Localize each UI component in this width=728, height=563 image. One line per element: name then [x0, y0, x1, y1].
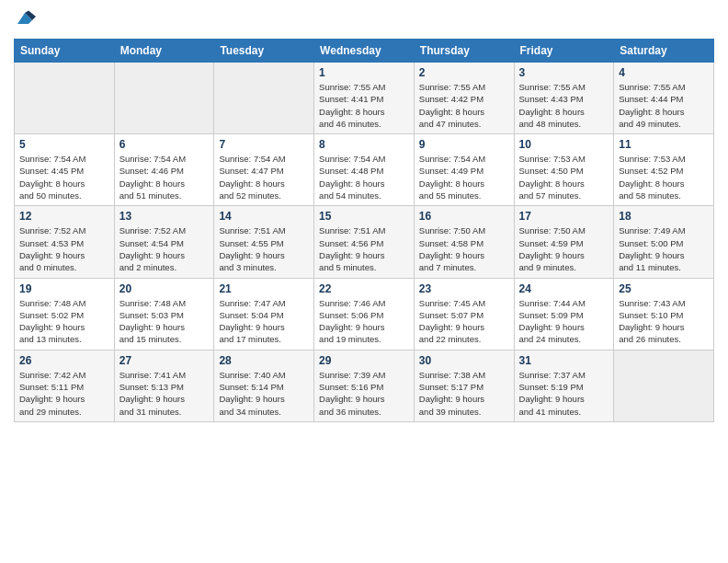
- day-info: Sunrise: 7:54 AM Sunset: 4:48 PM Dayligh…: [319, 153, 409, 201]
- day-info: Sunrise: 7:40 AM Sunset: 5:14 PM Dayligh…: [219, 369, 309, 418]
- day-number: 10: [519, 138, 609, 151]
- calendar-week-row: 12Sunrise: 7:52 AM Sunset: 4:53 PM Dayli…: [15, 206, 714, 278]
- day-number: 25: [619, 282, 709, 295]
- day-info: Sunrise: 7:48 AM Sunset: 5:03 PM Dayligh…: [119, 297, 210, 346]
- day-info: Sunrise: 7:45 AM Sunset: 5:07 PM Dayligh…: [419, 297, 509, 346]
- day-info: Sunrise: 7:54 AM Sunset: 4:49 PM Dayligh…: [419, 153, 509, 201]
- day-number: 2: [419, 66, 509, 79]
- day-number: 21: [219, 282, 309, 295]
- day-info: Sunrise: 7:55 AM Sunset: 4:43 PM Dayligh…: [519, 81, 609, 130]
- calendar-cell: 28Sunrise: 7:40 AM Sunset: 5:14 PM Dayli…: [214, 350, 314, 421]
- calendar-week-row: 19Sunrise: 7:48 AM Sunset: 5:02 PM Dayli…: [15, 278, 714, 350]
- calendar-cell: [15, 63, 115, 134]
- day-info: Sunrise: 7:53 AM Sunset: 4:52 PM Dayligh…: [619, 153, 709, 201]
- day-info: Sunrise: 7:55 AM Sunset: 4:42 PM Dayligh…: [419, 81, 509, 130]
- day-info: Sunrise: 7:50 AM Sunset: 4:58 PM Dayligh…: [419, 224, 509, 273]
- day-info: Sunrise: 7:54 AM Sunset: 4:46 PM Dayligh…: [119, 153, 210, 201]
- day-number: 14: [219, 210, 309, 223]
- day-number: 16: [419, 210, 509, 223]
- day-info: Sunrise: 7:51 AM Sunset: 4:56 PM Dayligh…: [319, 224, 409, 273]
- calendar-cell: 19Sunrise: 7:48 AM Sunset: 5:02 PM Dayli…: [15, 278, 115, 350]
- calendar-cell: 25Sunrise: 7:43 AM Sunset: 5:10 PM Dayli…: [614, 278, 714, 350]
- calendar-cell: 18Sunrise: 7:49 AM Sunset: 5:00 PM Dayli…: [614, 206, 714, 278]
- calendar-cell: 5Sunrise: 7:54 AM Sunset: 4:45 PM Daylig…: [15, 134, 115, 206]
- day-info: Sunrise: 7:38 AM Sunset: 5:17 PM Dayligh…: [419, 369, 509, 418]
- day-info: Sunrise: 7:54 AM Sunset: 4:47 PM Dayligh…: [219, 153, 309, 201]
- day-number: 17: [519, 210, 609, 223]
- header: [14, 9, 714, 31]
- calendar-table: SundayMondayTuesdayWednesdayThursdayFrid…: [14, 39, 714, 422]
- day-info: Sunrise: 7:39 AM Sunset: 5:16 PM Dayligh…: [319, 369, 409, 418]
- day-number: 23: [419, 282, 509, 295]
- calendar-cell: 15Sunrise: 7:51 AM Sunset: 4:56 PM Dayli…: [314, 206, 415, 278]
- day-number: 22: [319, 282, 409, 295]
- weekday-header-saturday: Saturday: [614, 40, 714, 63]
- calendar-week-row: 1Sunrise: 7:55 AM Sunset: 4:41 PM Daylig…: [15, 63, 714, 134]
- weekday-header-friday: Friday: [514, 40, 614, 63]
- day-number: 12: [19, 210, 109, 223]
- calendar-cell: 8Sunrise: 7:54 AM Sunset: 4:48 PM Daylig…: [314, 134, 415, 206]
- day-info: Sunrise: 7:53 AM Sunset: 4:50 PM Dayligh…: [519, 153, 609, 201]
- day-info: Sunrise: 7:55 AM Sunset: 4:44 PM Dayligh…: [619, 81, 709, 130]
- day-number: 31: [519, 354, 609, 367]
- weekday-header-sunday: Sunday: [15, 40, 115, 63]
- calendar-cell: 13Sunrise: 7:52 AM Sunset: 4:54 PM Dayli…: [114, 206, 214, 278]
- day-number: 6: [119, 138, 210, 151]
- day-number: 1: [319, 66, 409, 79]
- day-info: Sunrise: 7:52 AM Sunset: 4:53 PM Dayligh…: [19, 224, 109, 273]
- calendar-cell: 4Sunrise: 7:55 AM Sunset: 4:44 PM Daylig…: [614, 63, 714, 134]
- calendar-cell: 14Sunrise: 7:51 AM Sunset: 4:55 PM Dayli…: [214, 206, 314, 278]
- calendar-container: SundayMondayTuesdayWednesdayThursdayFrid…: [0, 0, 728, 431]
- day-info: Sunrise: 7:48 AM Sunset: 5:02 PM Dayligh…: [19, 297, 109, 346]
- weekday-header-thursday: Thursday: [414, 40, 514, 63]
- day-number: 9: [419, 138, 509, 151]
- calendar-cell: 31Sunrise: 7:37 AM Sunset: 5:19 PM Dayli…: [514, 350, 614, 421]
- weekday-header-monday: Monday: [114, 40, 214, 63]
- day-info: Sunrise: 7:51 AM Sunset: 4:55 PM Dayligh…: [219, 224, 309, 273]
- calendar-week-row: 26Sunrise: 7:42 AM Sunset: 5:11 PM Dayli…: [15, 350, 714, 421]
- day-number: 5: [19, 138, 109, 151]
- day-info: Sunrise: 7:41 AM Sunset: 5:13 PM Dayligh…: [119, 369, 210, 418]
- day-number: 20: [119, 282, 210, 295]
- calendar-cell: 24Sunrise: 7:44 AM Sunset: 5:09 PM Dayli…: [514, 278, 614, 350]
- day-number: 8: [319, 138, 409, 151]
- day-number: 11: [619, 138, 709, 151]
- day-number: 3: [519, 66, 609, 79]
- day-number: 4: [619, 66, 709, 79]
- day-info: Sunrise: 7:44 AM Sunset: 5:09 PM Dayligh…: [519, 297, 609, 346]
- calendar-cell: 27Sunrise: 7:41 AM Sunset: 5:13 PM Dayli…: [114, 350, 214, 421]
- day-number: 28: [219, 354, 309, 367]
- calendar-cell: [614, 350, 714, 421]
- calendar-cell: 23Sunrise: 7:45 AM Sunset: 5:07 PM Dayli…: [414, 278, 514, 350]
- day-info: Sunrise: 7:46 AM Sunset: 5:06 PM Dayligh…: [319, 297, 409, 346]
- day-info: Sunrise: 7:43 AM Sunset: 5:10 PM Dayligh…: [619, 297, 709, 346]
- day-info: Sunrise: 7:47 AM Sunset: 5:04 PM Dayligh…: [219, 297, 309, 346]
- calendar-week-row: 5Sunrise: 7:54 AM Sunset: 4:45 PM Daylig…: [15, 134, 714, 206]
- day-number: 19: [19, 282, 109, 295]
- day-info: Sunrise: 7:50 AM Sunset: 4:59 PM Dayligh…: [519, 224, 609, 273]
- calendar-cell: 9Sunrise: 7:54 AM Sunset: 4:49 PM Daylig…: [414, 134, 514, 206]
- day-number: 24: [519, 282, 609, 295]
- calendar-cell: 11Sunrise: 7:53 AM Sunset: 4:52 PM Dayli…: [614, 134, 714, 206]
- weekday-header-tuesday: Tuesday: [214, 40, 314, 63]
- logo: [14, 9, 38, 31]
- day-info: Sunrise: 7:49 AM Sunset: 5:00 PM Dayligh…: [619, 224, 709, 273]
- calendar-cell: 12Sunrise: 7:52 AM Sunset: 4:53 PM Dayli…: [15, 206, 115, 278]
- calendar-cell: [114, 63, 214, 134]
- weekday-header-row: SundayMondayTuesdayWednesdayThursdayFrid…: [15, 40, 714, 63]
- day-number: 27: [119, 354, 210, 367]
- day-number: 29: [319, 354, 409, 367]
- calendar-cell: 1Sunrise: 7:55 AM Sunset: 4:41 PM Daylig…: [314, 63, 415, 134]
- day-number: 26: [19, 354, 109, 367]
- calendar-cell: 22Sunrise: 7:46 AM Sunset: 5:06 PM Dayli…: [314, 278, 415, 350]
- logo-icon: [14, 9, 36, 31]
- calendar-cell: 21Sunrise: 7:47 AM Sunset: 5:04 PM Dayli…: [214, 278, 314, 350]
- calendar-cell: 20Sunrise: 7:48 AM Sunset: 5:03 PM Dayli…: [114, 278, 214, 350]
- day-number: 13: [119, 210, 210, 223]
- day-info: Sunrise: 7:52 AM Sunset: 4:54 PM Dayligh…: [119, 224, 210, 273]
- calendar-cell: 7Sunrise: 7:54 AM Sunset: 4:47 PM Daylig…: [214, 134, 314, 206]
- calendar-cell: 10Sunrise: 7:53 AM Sunset: 4:50 PM Dayli…: [514, 134, 614, 206]
- calendar-cell: 17Sunrise: 7:50 AM Sunset: 4:59 PM Dayli…: [514, 206, 614, 278]
- day-number: 7: [219, 138, 309, 151]
- day-info: Sunrise: 7:37 AM Sunset: 5:19 PM Dayligh…: [519, 369, 609, 418]
